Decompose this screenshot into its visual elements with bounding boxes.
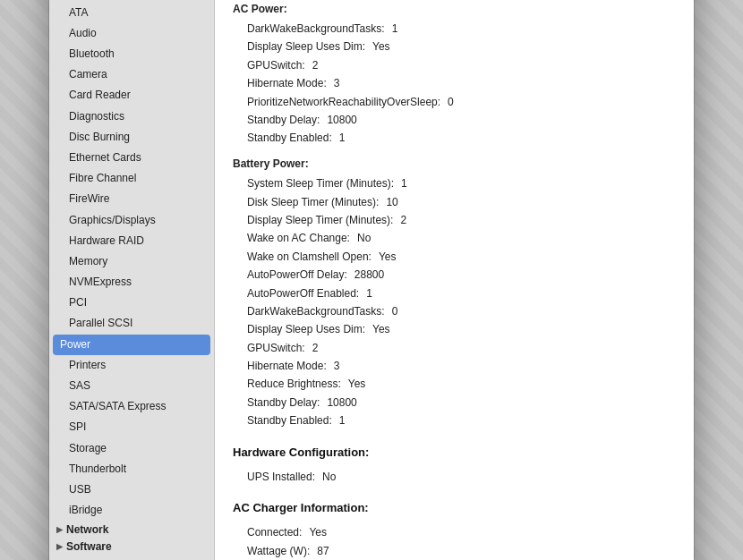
row-value: 10	[386, 193, 397, 211]
table-row: AutoPowerOff Enabled: 1	[247, 284, 676, 302]
hw-config-rows: UPS Installed: No	[233, 468, 676, 486]
network-section-header[interactable]: ▶ Network	[49, 521, 214, 538]
table-row: Display Sleep Uses Dim: Yes	[247, 38, 676, 55]
sidebar-item-bluetooth[interactable]: Bluetooth	[49, 44, 214, 64]
table-row: AutoPowerOff Delay: 28800	[247, 266, 676, 284]
sidebar-item-memory[interactable]: Memory	[49, 251, 214, 272]
ac-charger-rows: Connected: Yes Wattage (W): 87 Charging:…	[233, 523, 676, 560]
row-label: DarkWakeBackgroundTasks:	[247, 302, 385, 320]
content-area: ▼ Hardware ATA Audio Bluetooth Camera Ca…	[49, 0, 694, 560]
hardware-label: Hardware	[68, 0, 117, 1]
row-value: Yes	[379, 248, 397, 266]
software-section-header[interactable]: ▶ Software	[49, 538, 214, 555]
table-row: Wattage (W): 87	[247, 542, 676, 560]
battery-section-title: Battery Power:	[233, 155, 676, 173]
table-row: Display Sleep Uses Dim: Yes	[247, 320, 676, 338]
row-label: UPS Installed:	[247, 468, 315, 486]
row-value: Yes	[309, 523, 327, 541]
row-label: Disk Sleep Timer (Minutes):	[247, 193, 379, 211]
sidebar-item-sas[interactable]: SAS	[49, 376, 214, 396]
row-value: 1	[339, 129, 346, 147]
sidebar-item-card-reader[interactable]: Card Reader	[49, 85, 214, 106]
info-table: AC Power: DarkWakeBackgroundTasks: 1 Dis…	[233, 0, 676, 560]
table-row: PrioritizeNetworkReachabilityOverSleep: …	[247, 93, 676, 111]
table-row: Display Sleep Timer (Minutes): 2	[247, 211, 676, 229]
row-value: 3	[334, 74, 340, 92]
row-label: System Sleep Timer (Minutes):	[247, 174, 394, 192]
sidebar-item-ibridge[interactable]: iBridge	[49, 500, 214, 521]
table-row: Standby Enabled: 1	[247, 129, 676, 147]
battery-rows: System Sleep Timer (Minutes): 1 Disk Sle…	[233, 174, 676, 429]
row-value: 10800	[327, 394, 356, 412]
table-row: Hibernate Mode: 3	[247, 74, 676, 92]
table-row: Standby Enabled: 1	[247, 412, 676, 429]
sidebar-item-audio[interactable]: Audio	[49, 23, 214, 44]
sidebar-item-sata[interactable]: SATA/SATA Express	[49, 396, 214, 417]
row-label: Wake on Clamshell Open:	[247, 248, 372, 266]
row-label: GPUSwitch:	[247, 56, 305, 74]
sidebar-item-fibre-channel[interactable]: Fibre Channel	[49, 168, 214, 189]
row-label: AutoPowerOff Enabled:	[247, 284, 359, 302]
sidebar-item-diagnostics[interactable]: Diagnostics	[49, 106, 214, 127]
ac-power-section-title: AC Power:	[233, 0, 676, 18]
software-label: Software	[66, 540, 112, 553]
sidebar-item-storage[interactable]: Storage	[49, 438, 214, 459]
sidebar-item-graphics-displays[interactable]: Graphics/Displays	[49, 210, 214, 231]
sidebar-item-spi[interactable]: SPI	[49, 417, 214, 437]
table-row: Connected: Yes	[247, 523, 676, 541]
table-row: Standby Delay: 10800	[247, 394, 676, 412]
sidebar-item-ata[interactable]: ATA	[49, 3, 214, 23]
row-label: Connected:	[247, 523, 302, 541]
sidebar-item-printers[interactable]: Printers	[49, 355, 214, 376]
main-window: MacBook Pro ▼ Hardware ATA Audio Bluetoo…	[49, 0, 694, 560]
sidebar-item-firewire[interactable]: FireWire	[49, 189, 214, 209]
table-row: System Sleep Timer (Minutes): 1	[247, 174, 676, 192]
row-label: Standby Delay:	[247, 111, 320, 129]
ac-power-rows: DarkWakeBackgroundTasks: 1 Display Sleep…	[233, 20, 676, 148]
sidebar-item-disc-burning[interactable]: Disc Burning	[49, 127, 214, 148]
table-row: DarkWakeBackgroundTasks: 0	[247, 302, 676, 320]
row-value: 10800	[327, 111, 356, 129]
row-value: 2	[400, 211, 406, 229]
table-row: Disk Sleep Timer (Minutes): 10	[247, 193, 676, 211]
row-label: Display Sleep Uses Dim:	[247, 320, 365, 338]
row-label: DarkWakeBackgroundTasks:	[247, 20, 385, 38]
table-row: Hibernate Mode: 3	[247, 357, 676, 375]
table-row: Reduce Brightness: Yes	[247, 375, 676, 393]
sidebar: ▼ Hardware ATA Audio Bluetooth Camera Ca…	[49, 0, 215, 560]
ac-charger-title: AC Charger Information:	[233, 498, 676, 518]
sidebar-item-nvmexpress[interactable]: NVMExpress	[49, 272, 214, 293]
row-value: 0	[448, 93, 454, 111]
row-value: 1	[366, 284, 372, 302]
hw-config-title: Hardware Configuration:	[233, 443, 676, 462]
sidebar-item-thunderbolt[interactable]: Thunderbolt	[49, 459, 214, 479]
sidebar-item-parallel-scsi[interactable]: Parallel SCSI	[49, 313, 214, 334]
row-label: Hibernate Mode:	[247, 357, 327, 375]
network-arrow-icon: ▶	[56, 525, 63, 534]
row-value: Yes	[348, 375, 366, 393]
row-value: 0	[392, 302, 398, 320]
table-row: GPUSwitch: 2	[247, 339, 676, 357]
table-row: Standby Delay: 10800	[247, 111, 676, 129]
row-label: Standby Delay:	[247, 394, 320, 412]
sidebar-item-usb[interactable]: USB	[49, 479, 214, 500]
row-value: Yes	[372, 320, 390, 338]
row-label: Reduce Brightness:	[247, 375, 341, 393]
row-label: Standby Enabled:	[247, 412, 332, 429]
sidebar-item-pci[interactable]: PCI	[49, 293, 214, 313]
row-label: Standby Enabled:	[247, 129, 332, 147]
sidebar-item-hardware-raid[interactable]: Hardware RAID	[49, 231, 214, 251]
main-panel: AC Power: DarkWakeBackgroundTasks: 1 Dis…	[215, 0, 694, 560]
table-row: Wake on Clamshell Open: Yes	[247, 248, 676, 266]
row-label: GPUSwitch:	[247, 339, 305, 357]
row-label: Display Sleep Timer (Minutes):	[247, 211, 393, 229]
row-label: AutoPowerOff Delay:	[247, 266, 347, 284]
table-row: GPUSwitch: 2	[247, 56, 676, 74]
sidebar-item-power[interactable]: Power	[53, 335, 210, 355]
row-value: 1	[401, 174, 407, 192]
network-label: Network	[66, 523, 108, 536]
table-row: Wake on AC Change: No	[247, 229, 676, 247]
sidebar-item-ethernet-cards[interactable]: Ethernet Cards	[49, 148, 214, 168]
row-value: 3	[334, 357, 340, 375]
sidebar-item-camera[interactable]: Camera	[49, 64, 214, 85]
